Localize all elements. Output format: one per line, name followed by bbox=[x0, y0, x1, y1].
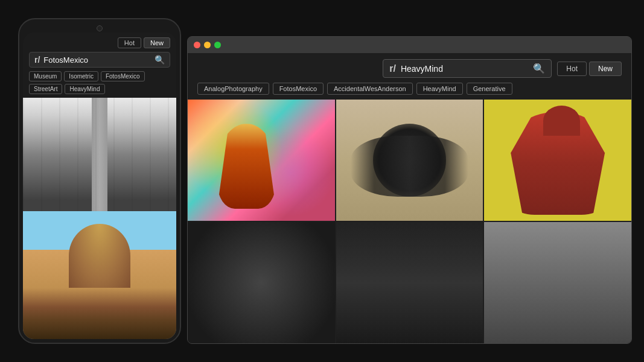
mobile-screen: Hot New r/ 🔍 Museum Isometric FotosMexic… bbox=[23, 33, 176, 339]
grid-image-psychedelic[interactable] bbox=[188, 100, 335, 221]
browser-tags: AnalogPhotography FotosMexico Accidental… bbox=[197, 83, 622, 95]
mobile-tag-fotosMexico[interactable]: FotosMexico bbox=[101, 71, 145, 81]
grid-image-face[interactable] bbox=[336, 100, 483, 221]
grid-image-creature[interactable] bbox=[484, 100, 631, 221]
mobile-image-street bbox=[23, 98, 176, 211]
mobile-top-bar: Hot New bbox=[29, 37, 170, 48]
desktop-tab-new[interactable]: New bbox=[589, 62, 622, 76]
mobile-header: Hot New r/ 🔍 bbox=[23, 33, 176, 71]
desktop-tag-generative[interactable]: Generative bbox=[467, 83, 512, 95]
traffic-light-red[interactable] bbox=[194, 42, 200, 48]
grid-image-dark1[interactable] bbox=[188, 222, 335, 343]
desktop-tag-analog[interactable]: AnalogPhotography bbox=[197, 83, 269, 95]
traffic-light-green[interactable] bbox=[214, 42, 221, 48]
mobile-tag-heavymind[interactable]: HeavyMind bbox=[65, 84, 104, 94]
mobile-tag-streetart[interactable]: StreetArt bbox=[29, 84, 62, 94]
mobile-image-cathedral bbox=[23, 211, 176, 339]
desktop-tag-heavymind[interactable]: HeavyMind bbox=[416, 83, 463, 95]
desktop-tab-hot[interactable]: Hot bbox=[557, 62, 587, 76]
mobile-tab-hot[interactable]: Hot bbox=[118, 37, 141, 48]
browser-search-area: r/ 🔍 bbox=[377, 59, 557, 78]
mobile-tab-new[interactable]: New bbox=[144, 37, 170, 48]
browser-search-box: r/ 🔍 bbox=[383, 59, 552, 78]
desktop-tag-fotosMexico[interactable]: FotosMexico bbox=[273, 83, 324, 95]
browser-content: r/ 🔍 Hot New AnalogPhotography FotosMexi… bbox=[188, 53, 631, 343]
mobile-tag-isometric[interactable]: Isometric bbox=[64, 71, 98, 81]
traffic-light-yellow[interactable] bbox=[204, 42, 211, 48]
mobile-search-row: r/ 🔍 bbox=[29, 52, 170, 68]
mobile-images bbox=[23, 98, 176, 339]
browser-tab-buttons: Hot New bbox=[557, 62, 622, 76]
desktop-search-input[interactable] bbox=[401, 64, 528, 74]
mobile-reddit-logo: r/ bbox=[34, 55, 40, 65]
desktop-tag-accidental[interactable]: AccidentalWesAnderson bbox=[327, 83, 413, 95]
browser-image-grid bbox=[188, 100, 631, 343]
mobile-device: Hot New r/ 🔍 Museum Isometric FotosMexic… bbox=[18, 18, 181, 344]
browser-header: r/ 🔍 Hot New AnalogPhotography FotosMexi… bbox=[188, 53, 631, 100]
mobile-tag-museum[interactable]: Museum bbox=[29, 71, 62, 81]
mobile-search-input[interactable] bbox=[43, 56, 151, 65]
desktop-reddit-logo: r/ bbox=[389, 63, 396, 74]
desktop-search-icon[interactable]: 🔍 bbox=[533, 63, 545, 74]
mobile-search-icon[interactable]: 🔍 bbox=[155, 55, 165, 65]
browser-titlebar bbox=[188, 37, 631, 53]
browser-top-row: r/ 🔍 Hot New bbox=[197, 59, 622, 78]
grid-image-gray[interactable] bbox=[484, 222, 631, 343]
grid-image-dark2[interactable] bbox=[336, 222, 483, 343]
desktop-browser: r/ 🔍 Hot New AnalogPhotography FotosMexi… bbox=[187, 36, 632, 344]
camera-dot bbox=[97, 25, 103, 31]
mobile-tags: Museum Isometric FotosMexico StreetArt H… bbox=[23, 71, 176, 98]
